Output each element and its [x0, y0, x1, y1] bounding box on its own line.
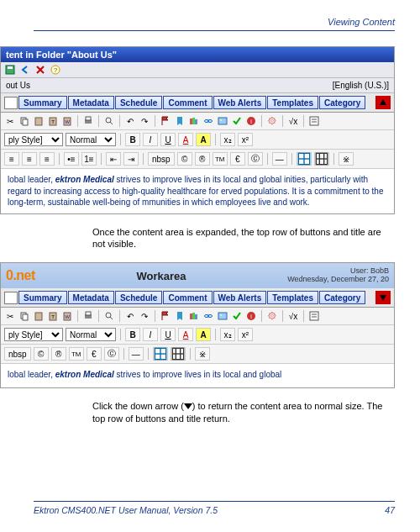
- char-icon[interactable]: ۞: [266, 115, 278, 127]
- save-icon[interactable]: [4, 64, 16, 76]
- tab-summary[interactable]: Summary: [18, 96, 67, 109]
- circle-c-button[interactable]: Ⓒ: [104, 347, 119, 361]
- library-icon[interactable]: [188, 115, 200, 127]
- highlight-button[interactable]: A: [196, 133, 211, 146]
- validate-icon[interactable]: [231, 115, 243, 127]
- sup-button[interactable]: x²: [238, 328, 253, 341]
- bookmark-icon[interactable]: [174, 115, 186, 127]
- tab-web-alerts[interactable]: Web Alerts: [213, 96, 267, 109]
- underline-button[interactable]: U: [160, 133, 176, 146]
- paste-word-icon[interactable]: W: [61, 310, 73, 322]
- equation-icon[interactable]: √x: [287, 115, 299, 127]
- copy-icon[interactable]: [18, 310, 30, 322]
- tab-category[interactable]: Category: [319, 96, 365, 109]
- link-icon[interactable]: [202, 115, 214, 127]
- view-source-button[interactable]: ※: [339, 152, 354, 166]
- cut-icon[interactable]: ✂: [4, 310, 16, 322]
- bold-button[interactable]: B: [125, 133, 140, 146]
- tab-category-b[interactable]: Category: [319, 291, 365, 304]
- euro-button[interactable]: €: [230, 152, 245, 166]
- id-field-b[interactable]: [4, 292, 18, 304]
- tab-templates[interactable]: Templates: [267, 96, 318, 109]
- help-icon[interactable]: ?: [50, 64, 61, 76]
- nbsp-button[interactable]: nbsp: [4, 347, 31, 361]
- indent-button[interactable]: ⇥: [123, 152, 139, 166]
- align-left-button[interactable]: ≡: [4, 152, 19, 166]
- italic-button[interactable]: I: [143, 328, 158, 341]
- id-field[interactable]: [4, 97, 18, 109]
- expand-down-arrow-icon[interactable]: [375, 291, 391, 304]
- table-props-button[interactable]: [314, 152, 329, 166]
- content-editor-pane-b[interactable]: lobal leader, ektron Medical strives to …: [1, 364, 394, 387]
- tab-comment-b[interactable]: Comment: [163, 291, 212, 304]
- print-icon[interactable]: [82, 115, 94, 127]
- number-list-button[interactable]: 1≡: [81, 152, 97, 166]
- link-icon[interactable]: [202, 310, 214, 322]
- redo-icon[interactable]: ↷: [139, 310, 150, 322]
- view-source-button[interactable]: ※: [195, 347, 210, 361]
- copy-icon[interactable]: [18, 115, 30, 127]
- align-right-button[interactable]: ≡: [39, 152, 55, 166]
- image-icon[interactable]: [217, 115, 228, 127]
- sub-button[interactable]: x₂: [220, 133, 235, 146]
- undo-icon[interactable]: ↶: [124, 115, 136, 127]
- paste-text-icon[interactable]: T: [47, 310, 59, 322]
- form-icon[interactable]: [308, 115, 320, 127]
- italic-button[interactable]: I: [143, 133, 158, 146]
- paste-text-icon[interactable]: T: [47, 115, 59, 127]
- hr-button[interactable]: —: [129, 347, 144, 361]
- tab-schedule[interactable]: Schedule: [115, 96, 162, 109]
- underline-button[interactable]: U: [160, 328, 176, 341]
- form-icon[interactable]: [308, 310, 320, 322]
- tab-comment[interactable]: Comment: [163, 96, 212, 109]
- flag-icon[interactable]: [160, 115, 171, 127]
- copyright-button[interactable]: ©: [34, 347, 49, 361]
- hr-button[interactable]: —: [272, 152, 287, 166]
- reg-button[interactable]: ®: [195, 152, 210, 166]
- outdent-button[interactable]: ⇤: [106, 152, 121, 166]
- table-button[interactable]: [153, 347, 168, 361]
- tab-metadata[interactable]: Metadata: [68, 96, 114, 109]
- delete-x-icon[interactable]: [34, 64, 46, 76]
- sup-button[interactable]: x²: [238, 133, 253, 146]
- copyright-button[interactable]: ©: [177, 152, 192, 166]
- flag-icon[interactable]: [160, 310, 171, 322]
- sub-button[interactable]: x₂: [220, 328, 235, 341]
- bullet-list-button[interactable]: •≡: [64, 152, 79, 166]
- library-icon[interactable]: [188, 310, 200, 322]
- bookmark-icon[interactable]: [174, 310, 186, 322]
- reg-button[interactable]: ®: [51, 347, 66, 361]
- circle-c-button[interactable]: Ⓒ: [248, 152, 263, 166]
- find-icon[interactable]: [103, 115, 115, 127]
- style-select[interactable]: ply Style]: [4, 133, 63, 146]
- cut-icon[interactable]: ✂: [4, 115, 16, 127]
- tab-web-alerts-b[interactable]: Web Alerts: [213, 291, 267, 304]
- align-center-button[interactable]: ≡: [22, 152, 37, 166]
- highlight-button[interactable]: A: [196, 328, 211, 341]
- about-icon[interactable]: i: [245, 310, 257, 322]
- tab-schedule-b[interactable]: Schedule: [115, 291, 162, 304]
- char-icon[interactable]: ۞: [266, 310, 278, 322]
- undo-icon[interactable]: ↶: [124, 310, 136, 322]
- about-icon[interactable]: i: [245, 115, 257, 127]
- find-icon[interactable]: [103, 310, 115, 322]
- nbsp-button[interactable]: nbsp: [148, 152, 175, 166]
- tab-metadata-b[interactable]: Metadata: [68, 291, 114, 304]
- redo-icon[interactable]: ↷: [139, 115, 150, 127]
- paste-icon[interactable]: [33, 310, 45, 322]
- tm-button[interactable]: TM: [69, 347, 84, 361]
- content-editor-pane[interactable]: lobal leader, ektron Medical strives to …: [1, 169, 394, 213]
- style-select-b[interactable]: ply Style]: [4, 328, 63, 341]
- tab-summary-b[interactable]: Summary: [18, 291, 67, 304]
- bold-button[interactable]: B: [125, 328, 140, 341]
- image-icon[interactable]: [217, 310, 228, 322]
- tm-button[interactable]: TM: [213, 152, 228, 166]
- validate-icon[interactable]: [231, 310, 243, 322]
- back-arrow-icon[interactable]: [19, 64, 31, 76]
- font-color-button[interactable]: A: [178, 328, 193, 341]
- paste-word-icon[interactable]: W: [61, 115, 73, 127]
- equation-icon[interactable]: √x: [287, 310, 299, 322]
- size-select[interactable]: Normal: [66, 133, 116, 146]
- print-icon[interactable]: [82, 310, 94, 322]
- paste-icon[interactable]: [33, 115, 45, 127]
